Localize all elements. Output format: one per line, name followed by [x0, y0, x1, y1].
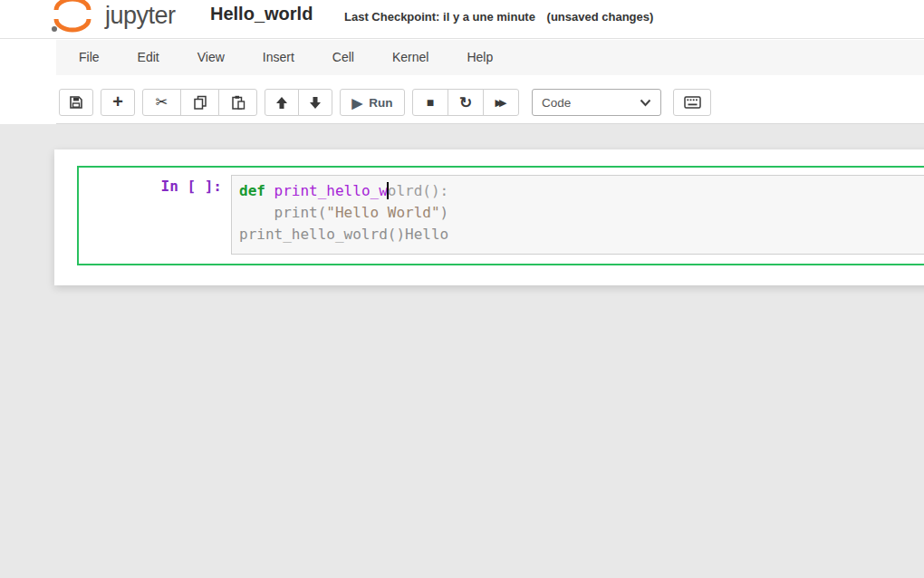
run-cell-button[interactable]: ▶ Run — [340, 89, 405, 116]
copy-icon — [193, 95, 207, 110]
header: jupyter Hello_world Last Checkpoint: il … — [0, 0, 924, 39]
toolbar: + ✂ — [56, 75, 924, 124]
move-cell-up-button[interactable] — [265, 89, 299, 116]
restart-run-all-button[interactable]: ▶▶ — [483, 89, 519, 116]
kernel-button-group: ■ ↻ ▶▶ — [412, 89, 519, 116]
menu-item-cell[interactable]: Cell — [313, 40, 373, 75]
save-button[interactable] — [59, 89, 93, 116]
cut-cells-button[interactable]: ✂ — [142, 89, 181, 116]
fast-forward-icon: ▶▶ — [496, 98, 507, 108]
menu-item-kernel[interactable]: Kernel — [373, 40, 448, 75]
clipboard-button-group: ✂ — [142, 89, 257, 116]
command-palette-button[interactable] — [673, 89, 711, 116]
menu-item-view[interactable]: View — [178, 40, 244, 75]
scissors-icon: ✂ — [156, 95, 168, 110]
down-arrow-icon — [309, 96, 322, 110]
menu-item-file[interactable]: File — [60, 40, 119, 75]
jupyter-notebook-app: jupyter Hello_world Last Checkpoint: il … — [0, 0, 924, 578]
code-token: print_hello_wolrd()Hello — [239, 226, 448, 243]
cell-type-dropdown[interactable]: Code — [532, 89, 661, 116]
notebook-title[interactable]: Hello_world — [210, 4, 313, 24]
up-arrow-icon — [275, 96, 288, 110]
keyboard-icon — [684, 96, 701, 109]
move-cell-down-button[interactable] — [298, 89, 332, 116]
notebook-body: In [ ]: def print_hello_wolrd(): print("… — [0, 124, 924, 578]
code-token: print_hello_w — [274, 182, 388, 199]
code-token: print( — [239, 204, 326, 221]
plus-icon: + — [112, 92, 123, 111]
paste-cells-button[interactable] — [218, 89, 257, 116]
code-line: def print_hello_wolrd(): — [239, 180, 924, 202]
floppy-save-icon — [69, 95, 83, 110]
run-label: Run — [369, 96, 392, 110]
checkpoint-status: Last Checkpoint: il y a une minute (unsa… — [344, 10, 653, 24]
interrupt-kernel-button[interactable]: ■ — [412, 89, 448, 116]
code-token: olrd(): — [388, 182, 448, 199]
cell-type-value: Code — [542, 96, 640, 110]
jupyter-logo-icon — [47, 0, 96, 34]
move-cell-button-group — [265, 89, 332, 116]
notebook-container: In [ ]: def print_hello_wolrd(): print("… — [54, 149, 924, 285]
checkpoint-text: Last Checkpoint: il y a une minute — [344, 10, 535, 24]
menu-item-insert[interactable]: Insert — [244, 40, 313, 75]
stop-icon: ■ — [427, 96, 434, 109]
paste-icon — [231, 95, 245, 110]
input-prompt: In [ ]: — [79, 175, 231, 255]
code-token — [265, 182, 274, 199]
code-editor[interactable]: def print_hello_wolrd(): print("Hello Wo… — [231, 175, 924, 255]
code-token: def — [239, 182, 265, 199]
restart-kernel-button[interactable]: ↻ — [448, 89, 484, 116]
code-cell[interactable]: In [ ]: def print_hello_wolrd(): print("… — [77, 166, 924, 265]
menu-bar: FileEditViewInsertCellKernelHelp — [56, 40, 924, 75]
play-icon: ▶ — [352, 96, 363, 110]
menu-item-edit[interactable]: Edit — [119, 40, 178, 75]
copy-cells-button[interactable] — [180, 89, 219, 116]
code-token: ) — [440, 204, 449, 221]
unsaved-changes-badge: (unsaved changes) — [547, 10, 654, 24]
menu-item-help[interactable]: Help — [448, 40, 512, 75]
insert-cell-below-button[interactable]: + — [101, 89, 135, 116]
code-token: "Hello World" — [326, 204, 439, 221]
code-line: print_hello_wolrd()Hello — [239, 224, 924, 246]
chevron-down-icon — [640, 99, 651, 107]
jupyter-wordmark[interactable]: jupyter — [105, 2, 176, 30]
code-line: print("Hello World") — [239, 202, 924, 224]
restart-icon: ↻ — [459, 95, 472, 111]
